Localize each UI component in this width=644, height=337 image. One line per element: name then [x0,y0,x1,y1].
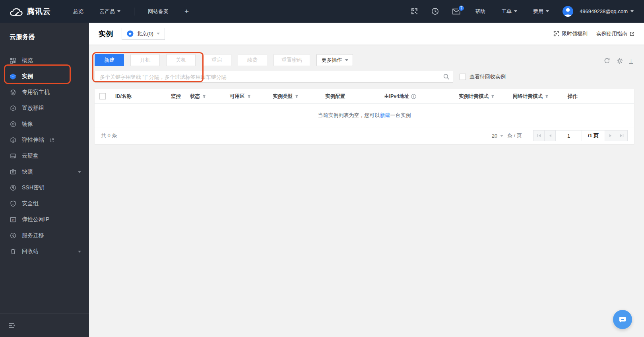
instance-search-input[interactable] [95,71,453,83]
search-box [95,71,453,83]
recycle-checkbox-label: 查看待回收实例 [469,73,506,80]
chat-support-button[interactable] [613,310,632,329]
sidebar-item-images[interactable]: 镜像 [0,116,89,132]
auto-scaling-icon [10,137,16,144]
limited-time-benefits-link[interactable]: 限时领福利 [553,30,588,37]
sidebar-item-label: 快照 [22,168,33,175]
sidebar-item-instances[interactable]: 实例 [0,68,89,84]
filter-funnel-icon[interactable] [247,94,251,99]
region-selector[interactable]: 北京(0) [122,28,165,40]
instance-table: ID/名称 监控 状态 可用区 实例类型 实例配置 主IPv4地址 实例计费模式… [95,89,634,144]
select-all-cell [99,93,115,99]
column-status: 状态 [190,93,230,100]
column-billing-mode: 实例计费模式 [459,93,513,100]
total-pages-label: /1 页 [582,131,605,141]
sidebar-item-auto-scaling[interactable]: 弹性伸缩 [0,132,89,148]
chevron-down-icon [514,10,517,12]
column-monitor: 监控 [171,93,190,100]
nav-item-help[interactable]: 帮助 [475,8,485,15]
sidebar-item-label: 云硬盘 [22,152,39,160]
next-page-button[interactable] [605,131,616,141]
column-network-billing: 网络计费模式 [513,93,568,100]
download-icon[interactable]: ↓ [629,58,633,64]
qr-benefit-icon [553,31,559,37]
chevron-down-icon[interactable] [78,251,81,253]
shutdown-button[interactable]: 关机 [166,54,196,66]
sidebar-item-label: 概览 [22,57,33,64]
last-page-button[interactable] [616,131,627,141]
sidebar-item-recycle-bin[interactable]: 回收站 [0,243,89,259]
image-mirror-icon [10,121,16,128]
view-recycle-instances: 查看待回收实例 [460,73,506,80]
sidebar-item-security-groups[interactable]: 安全组 [0,196,89,212]
sidebar-item-placement-groups[interactable]: 置放群组 [0,100,89,116]
account-menu[interactable]: 496949238@qq.com [563,6,634,17]
chevron-down-icon[interactable] [78,171,81,173]
filter-funnel-icon[interactable] [202,94,206,99]
sidebar-item-label: 镜像 [22,121,33,128]
page-size-select[interactable]: 20 [492,133,503,139]
filter-funnel-icon[interactable] [545,94,549,99]
previous-page-button[interactable] [545,131,556,141]
sidebar-item-overview[interactable]: 概览 [0,53,89,68]
sidebar-item-elastic-public-ip[interactable]: IP 弹性公网IP [0,212,89,228]
renew-button[interactable]: 续费 [238,54,267,66]
cloud-logo-icon [10,7,23,16]
info-icon[interactable] [411,94,416,99]
nav-item-ticket[interactable]: 工单 [501,8,517,15]
power-on-button[interactable]: 开机 [130,54,160,66]
external-link-icon [630,31,634,36]
nav-item-overview[interactable]: 总览 [73,8,83,15]
chevron-down-icon [500,135,503,137]
messages-mail-icon[interactable]: 7 [452,8,460,15]
restart-button[interactable]: 重启 [202,54,231,66]
first-page-button[interactable] [533,131,545,141]
sidebar-collapse-button[interactable] [0,313,89,337]
svg-text:IP: IP [12,218,14,221]
trash-icon [10,248,16,255]
nav-add-shortcut-button[interactable]: + [184,7,189,16]
more-actions-button[interactable]: 更多操作 [316,54,353,66]
nav-item-billing[interactable]: 费用 [533,8,549,15]
unread-count-badge: 7 [458,5,465,12]
empty-create-link[interactable]: 新建 [380,112,390,119]
nav-item-cloud-products[interactable]: 云产品 [99,8,120,15]
sidebar-item-cloud-disks[interactable]: 云硬盘 [0,148,89,164]
placement-group-icon [10,105,16,112]
collapse-sidebar-icon [9,323,16,328]
tencent-cloud-logo[interactable]: 腾讯云 [0,6,65,17]
chevron-down-icon [630,10,634,12]
ssh-key-icon [10,185,16,191]
top-navbar: 腾讯云 总览 云产品 网站备案 + 7 帮助 工单 费用 496949238@q… [0,0,644,23]
settings-gear-icon[interactable] [617,58,623,64]
refresh-icon[interactable] [604,58,610,64]
recycle-checkbox[interactable] [460,74,466,80]
filter-funnel-icon[interactable] [295,94,299,99]
page-header-links: 限时领福利 实例使用指南 [553,30,634,37]
reset-password-button[interactable]: 重置密码 [274,54,310,66]
column-zone: 可用区 [230,93,273,100]
column-config: 实例配置 [325,93,384,100]
sidebar-item-ssh-keys[interactable]: SSH密钥 [0,180,89,196]
nav-item-website-beian[interactable]: 网站备案 [148,8,169,15]
qr-code-icon[interactable] [411,8,418,15]
select-all-checkbox[interactable] [99,93,106,99]
migration-icon [10,232,16,239]
sidebar-item-dedicated-hosts[interactable]: 专用宿主机 [0,84,89,100]
sidebar-item-service-migration[interactable]: 服务迁移 [0,228,89,243]
sidebar-item-label: 服务迁移 [22,232,44,239]
region-name: 北京(0) [137,30,153,37]
history-clock-icon[interactable] [431,8,439,15]
external-link-icon [50,138,54,142]
page-header: 实例 北京(0) 限时领福利 实例使用指南 [89,23,644,45]
search-icon[interactable] [443,74,450,82]
sidebar-item-snapshots[interactable]: 快照 [0,164,89,180]
current-page-input[interactable] [556,131,582,141]
create-instance-button[interactable]: 新建 [95,54,124,66]
chevron-down-icon [117,10,120,12]
shield-icon [10,201,16,207]
column-id-name: ID/名称 [115,93,171,100]
filter-funnel-icon[interactable] [491,94,495,99]
page-title: 实例 [99,29,113,39]
instance-guide-link[interactable]: 实例使用指南 [596,30,634,37]
